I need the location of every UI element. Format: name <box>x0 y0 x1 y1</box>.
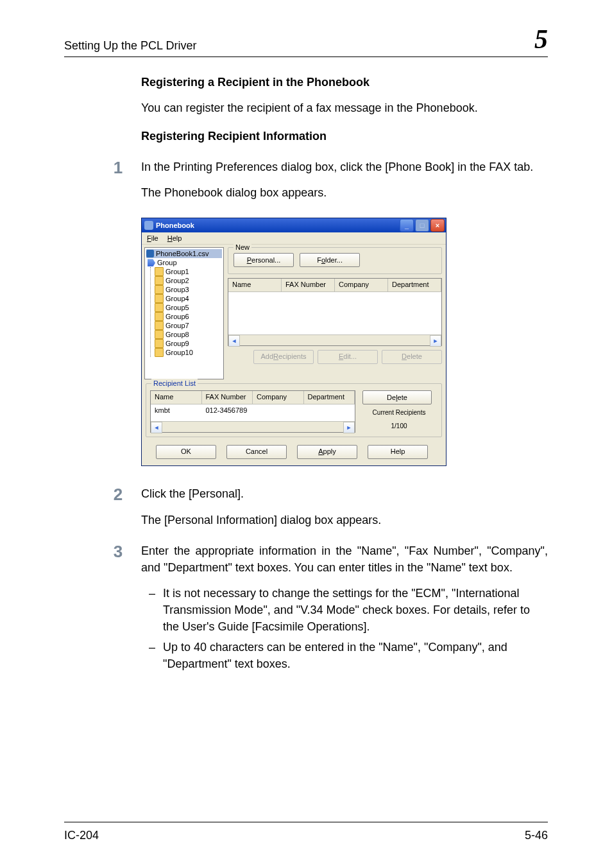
intro-paragraph: You can register the recipient of a fax … <box>141 100 548 116</box>
col-fax[interactable]: FAX Number <box>282 279 335 291</box>
cancel-button[interactable]: Cancel <box>226 445 287 459</box>
menu-bar[interactable]: File Help <box>142 232 446 245</box>
step-1: 1 In the Printing Preferences dialog box… <box>141 159 548 471</box>
col-name[interactable]: Name <box>228 279 282 291</box>
title-bar[interactable]: Phonebook _ □ × <box>142 218 446 232</box>
phonebook-window: Phonebook _ □ × File Help <box>141 218 446 466</box>
chapter-number: 5 <box>534 26 548 53</box>
heading-registering-info: Registering Recipient Information <box>141 128 548 144</box>
app-icon <box>144 221 153 230</box>
tree-item[interactable]: Group10 <box>155 348 222 357</box>
rcol-company[interactable]: Company <box>253 391 304 404</box>
heading-registering-recipient: Registering a Recipient in the Phonebook <box>141 74 548 91</box>
phonebook-dialog-screenshot: Phonebook _ □ × File Help <box>141 218 446 466</box>
col-department[interactable]: Department <box>388 279 441 291</box>
step-number: 2 <box>105 483 131 507</box>
menu-file[interactable]: File <box>147 234 158 244</box>
scroll-right-icon[interactable]: ► <box>430 335 441 347</box>
tree-item[interactable]: Group7 <box>155 321 222 330</box>
current-recipients-count: 1/100 <box>391 422 407 431</box>
rcol-fax[interactable]: FAX Number <box>202 391 253 404</box>
recipient-name: kmbt <box>151 404 202 421</box>
running-head: Setting Up the PCL Driver 5 <box>64 26 548 57</box>
rcol-department[interactable]: Department <box>304 391 355 404</box>
col-company[interactable]: Company <box>335 279 388 291</box>
step-2-text-1: Click the [Personal]. <box>141 485 548 502</box>
folder-icon <box>155 321 164 330</box>
step-1-text-1: In the Printing Preferences dialog box, … <box>141 159 548 175</box>
maximize-button: □ <box>415 219 429 232</box>
horizontal-scrollbar[interactable]: ◄ ► <box>228 334 441 345</box>
folder-button[interactable]: Folder... <box>300 253 360 267</box>
tree-item[interactable]: Group1 <box>155 267 222 276</box>
edit-button: Edit... <box>318 350 378 364</box>
scroll-left-icon[interactable]: ◄ <box>228 335 240 347</box>
recipient-listview[interactable]: Name FAX Number Company Department kmbt … <box>150 390 355 433</box>
apply-button[interactable]: Apply <box>297 445 357 459</box>
minimize-button[interactable]: _ <box>400 219 414 232</box>
step-number: 3 <box>105 540 131 564</box>
folder-icon <box>155 312 164 321</box>
recipient-list-groupbox: Recipient List Name FAX Number Company D… <box>146 383 442 437</box>
tree-item[interactable]: Group5 <box>155 303 222 312</box>
entries-listview[interactable]: Name FAX Number Company Department ◄ <box>228 278 442 346</box>
add-recipients-button: Add Recipients <box>253 350 314 364</box>
window-title: Phonebook <box>156 221 194 231</box>
folder-icon <box>155 348 164 357</box>
folder-icon <box>155 330 164 339</box>
recipient-scrollbar[interactable]: ◄ ► <box>151 421 355 432</box>
tree-root[interactable]: PhoneBook1.csv <box>146 249 222 258</box>
help-button[interactable]: Help <box>368 445 428 459</box>
current-recipients-label: Current Recipients <box>373 408 426 418</box>
menu-help[interactable]: Help <box>167 234 182 244</box>
personal-button[interactable]: Personal... <box>234 253 294 267</box>
step-3-bullet-2: Up to 40 characters can be entered in th… <box>141 639 548 672</box>
ok-button[interactable]: OK <box>156 445 216 459</box>
footer-right: 5-46 <box>525 829 548 842</box>
scroll-left-icon[interactable]: ◄ <box>151 422 162 433</box>
recipient-list-legend: Recipient List <box>151 379 198 389</box>
recipient-company <box>253 404 304 421</box>
tree-pane[interactable]: PhoneBook1.csv Group Group1 Group2 Group… <box>144 247 224 379</box>
step-3-text-1: Enter the appropriate information in the… <box>141 542 548 576</box>
recipient-row[interactable]: kmbt 012-3456789 <box>151 404 355 421</box>
tree-item[interactable]: Group4 <box>155 294 222 303</box>
folder-icon <box>155 267 164 276</box>
step-3-bullet-1: It is not necessary to change the settin… <box>141 585 548 635</box>
step-2: 2 Click the [Personal]. The [Personal In… <box>141 485 548 528</box>
recipient-delete-button[interactable]: Delete <box>362 390 432 404</box>
group-icon <box>148 259 155 266</box>
tree-item[interactable]: Group6 <box>155 312 222 321</box>
new-groupbox: New Personal... Folder... <box>228 247 442 274</box>
new-legend: New <box>234 243 251 253</box>
step-number: 1 <box>105 156 131 180</box>
page-footer: IC-204 5-46 <box>64 822 548 842</box>
folder-icon <box>155 303 164 312</box>
tree-group[interactable]: Group <box>148 258 222 267</box>
tree-item[interactable]: Group8 <box>155 330 222 339</box>
running-title: Setting Up the PCL Driver <box>64 39 196 53</box>
folder-icon <box>155 294 164 303</box>
delete-button: Delete <box>382 350 442 364</box>
tree-item[interactable]: Group9 <box>155 339 222 348</box>
folder-icon <box>155 339 164 348</box>
recipient-dept <box>304 404 355 421</box>
tree-item[interactable]: Group2 <box>155 276 222 285</box>
close-button[interactable]: × <box>430 219 445 232</box>
rcol-name[interactable]: Name <box>151 391 202 404</box>
scroll-right-icon[interactable]: ► <box>343 422 355 433</box>
step-1-text-2: The Phonebook dialog box appears. <box>141 184 548 201</box>
folder-icon <box>155 285 164 294</box>
book-icon <box>146 250 154 257</box>
step-2-text-2: The [Personal Information] dialog box ap… <box>141 512 548 528</box>
tree-item[interactable]: Group3 <box>155 285 222 294</box>
folder-icon <box>155 276 164 285</box>
footer-left: IC-204 <box>64 829 99 842</box>
recipient-fax: 012-3456789 <box>202 404 253 421</box>
step-3: 3 Enter the appropriate information in t… <box>141 542 548 673</box>
